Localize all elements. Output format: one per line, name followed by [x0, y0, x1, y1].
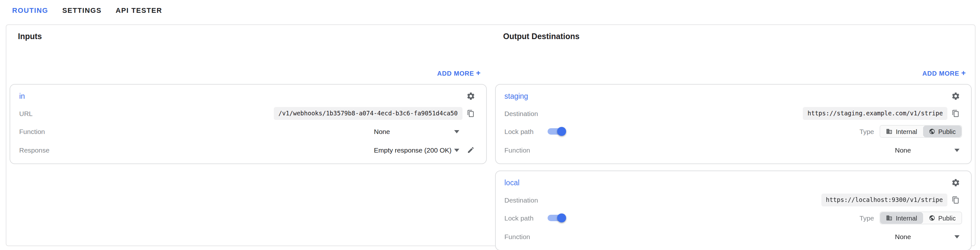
add-more-label: ADD MORE [923, 70, 959, 77]
lock-path-toggle[interactable] [547, 127, 566, 136]
chevron-down-icon [454, 130, 459, 133]
chevron-down-icon [955, 148, 959, 152]
pencil-icon [467, 146, 474, 154]
function-select-value: None [369, 128, 390, 135]
input-card-title-link[interactable]: in [19, 92, 25, 100]
destination-value-chip: https://staging.example.com/v1/stripe [803, 107, 947, 120]
card-title-row: local [504, 175, 962, 191]
globe-icon [929, 215, 935, 221]
type-segmented-control: Internal Public [880, 212, 962, 224]
function-label: Function [19, 128, 45, 135]
output-card-title-link[interactable]: local [504, 179, 519, 186]
edit-response-button[interactable] [464, 144, 477, 156]
destination-label: Destination [504, 110, 538, 117]
response-select[interactable]: Empty response (200 OK) [369, 146, 459, 154]
type-option-internal[interactable]: Internal [881, 126, 923, 137]
url-row: URL /v1/webhooks/1b3579b8-a074-4ecd-b3c6… [19, 105, 477, 122]
inputs-column: Inputs ADD MORE+ in URL /v1/webhooks/1b3… [10, 25, 487, 245]
copy-destination-button[interactable] [949, 107, 962, 120]
type-label: Type [859, 214, 874, 222]
tab-bar: ROUTING SETTINGS API TESTER [0, 0, 980, 15]
tab-settings[interactable]: SETTINGS [62, 6, 102, 15]
copy-icon [952, 110, 959, 117]
card-title-row: in [19, 88, 477, 104]
function-row: Function None [504, 228, 962, 245]
lock-path-type-row: Lock path Type Internal [504, 123, 962, 140]
routing-panel: Inputs ADD MORE+ in URL /v1/webhooks/1b3… [6, 24, 975, 246]
chevron-down-icon [955, 235, 959, 238]
outputs-column: Output Destinations ADD MORE+ staging De… [495, 25, 972, 245]
plus-icon: + [476, 69, 481, 78]
url-value-chip: /v1/webhooks/1b3579b8-a074-4ecd-b3c6-fa9… [274, 107, 462, 120]
outputs-heading: Output Destinations [503, 32, 972, 42]
settings-gear-button[interactable] [464, 90, 477, 103]
inputs-heading: Inputs [18, 32, 487, 42]
add-output-button[interactable]: ADD MORE+ [495, 69, 972, 78]
type-label: Type [859, 128, 874, 135]
lock-path-label: Lock path [504, 214, 533, 222]
function-row: Function None [19, 123, 477, 140]
lock-path-type-row: Lock path Type Internal [504, 210, 962, 226]
building-icon [886, 128, 892, 135]
function-select-value: None [891, 233, 911, 240]
gear-icon [951, 178, 960, 187]
copy-icon [467, 110, 474, 117]
card-title-row: staging [504, 88, 962, 104]
plus-icon: + [961, 69, 966, 78]
add-input-button[interactable]: ADD MORE+ [10, 69, 487, 78]
destination-row: Destination https://localhost:9300/v1/st… [504, 192, 962, 208]
lock-path-toggle[interactable] [547, 213, 566, 223]
function-select[interactable]: None [891, 233, 962, 240]
type-option-internal[interactable]: Internal [881, 212, 923, 224]
response-select-value: Empty response (200 OK) [369, 146, 452, 154]
tab-routing[interactable]: ROUTING [12, 6, 48, 15]
settings-gear-button[interactable] [949, 90, 962, 103]
add-more-label: ADD MORE [437, 70, 474, 77]
response-label: Response [19, 146, 49, 154]
type-option-public[interactable]: Public [923, 212, 962, 224]
url-label: URL [19, 110, 33, 117]
gear-icon [466, 92, 475, 101]
output-card-local: local Destination https://localhost:9300… [495, 170, 972, 250]
destination-row: Destination https://staging.example.com/… [504, 105, 962, 122]
tab-api-tester[interactable]: API TESTER [116, 6, 162, 15]
function-select[interactable]: None [369, 128, 459, 135]
destination-value-chip: https://localhost:9300/v1/stripe [821, 194, 947, 207]
copy-destination-button[interactable] [949, 194, 962, 207]
function-select[interactable]: None [891, 146, 962, 154]
type-segmented-control: Internal Public [880, 125, 962, 138]
input-card-in: in URL /v1/webhooks/1b3579b8-a074-4ecd-b… [10, 84, 487, 164]
destination-label: Destination [504, 196, 538, 204]
function-label: Function [504, 146, 530, 154]
settings-gear-button[interactable] [949, 176, 962, 189]
type-option-public[interactable]: Public [923, 126, 962, 137]
gear-icon [951, 92, 960, 101]
function-label: Function [504, 233, 530, 240]
chevron-down-icon [454, 148, 459, 152]
copy-url-button[interactable] [464, 107, 477, 120]
output-card-staging: staging Destination https://staging.exam… [495, 84, 972, 164]
function-row: Function None [504, 142, 962, 158]
lock-path-label: Lock path [504, 128, 533, 135]
response-row: Response Empty response (200 OK) [19, 142, 477, 158]
function-select-value: None [891, 146, 911, 154]
output-card-title-link[interactable]: staging [504, 92, 528, 100]
globe-icon [929, 128, 935, 135]
building-icon [886, 215, 892, 221]
copy-icon [952, 196, 959, 204]
routing-page: ROUTING SETTINGS API TESTER Inputs ADD M… [0, 0, 980, 250]
